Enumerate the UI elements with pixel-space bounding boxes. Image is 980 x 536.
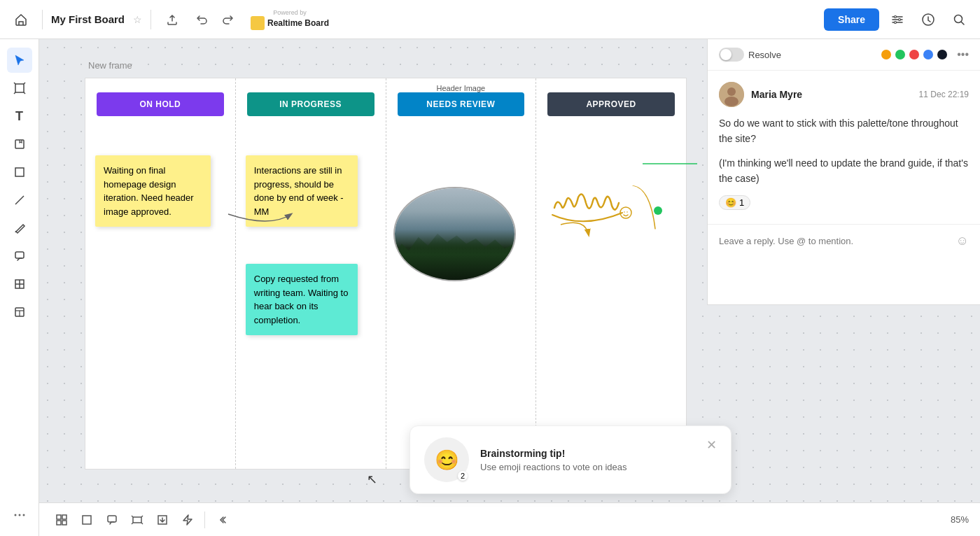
bottom-divider	[204, 512, 205, 528]
color-dot-blue[interactable]	[923, 50, 933, 59]
svg-point-18	[14, 514, 16, 516]
comment-more-button[interactable]: •••	[957, 48, 969, 61]
comment-body: Maria Myre 11 Dec 22:19 So do we want to…	[708, 71, 980, 221]
bottom-frame-tool[interactable]	[126, 509, 148, 531]
grid-tool[interactable]	[7, 271, 32, 297]
svg-point-28	[727, 87, 736, 96]
comment-tool[interactable]	[7, 244, 32, 269]
column-header-needs-review: NEEDS REVIEW	[398, 92, 525, 116]
resolve-toggle[interactable]: Resolve	[719, 48, 781, 62]
home-button[interactable]	[8, 7, 34, 32]
learn-icon[interactable]	[916, 7, 941, 32]
color-dots-group	[881, 50, 947, 59]
collapse-toolbar-button[interactable]	[211, 509, 233, 531]
line-tool[interactable]	[7, 188, 32, 213]
sticky-text-3: Copy requested from writing team. Waitin…	[254, 274, 349, 325]
kanban-board: ON HOLD Waiting on final homepage design…	[85, 78, 686, 469]
toggle-knob	[720, 49, 732, 60]
text-tool[interactable]: T	[7, 104, 32, 129]
tip-emoji: 😊	[435, 449, 459, 472]
cursor-tool[interactable]	[7, 48, 32, 73]
color-dot-yellow[interactable]	[881, 50, 891, 59]
svg-point-20	[22, 514, 24, 516]
undo-redo-group	[190, 8, 239, 31]
upload-button[interactable]	[160, 7, 185, 32]
frame-label: New frame	[88, 60, 132, 71]
column-header-in-progress: IN PROGRESS	[247, 92, 374, 116]
search-icon[interactable]	[946, 7, 972, 32]
svg-line-8	[14, 92, 15, 94]
left-toolbar: T	[0, 39, 39, 536]
svg-point-1	[899, 18, 901, 20]
board-title: My First Board	[51, 13, 125, 25]
svg-line-38	[141, 516, 143, 517]
svg-point-22	[624, 211, 625, 213]
redo-button[interactable]	[216, 8, 239, 31]
shape-tool[interactable]	[7, 160, 32, 185]
svg-line-6	[14, 83, 15, 84]
header-image-card[interactable]	[393, 187, 516, 281]
svg-rect-13	[15, 252, 24, 258]
svg-rect-32	[57, 521, 61, 525]
bottom-comment-tool[interactable]	[101, 509, 123, 531]
undo-button[interactable]	[190, 8, 214, 31]
svg-rect-34	[83, 516, 91, 524]
color-dot-black[interactable]	[937, 50, 947, 59]
topbar: My First Board ☆ Powered by Realtime Boa…	[0, 0, 980, 39]
bottom-export-tool[interactable]	[151, 509, 174, 531]
column-in-progress: IN PROGRESS Interactions are still in pr…	[236, 78, 386, 469]
sticky-note-2[interactable]: Interactions are still in progress, shou…	[246, 155, 358, 227]
note-tool[interactable]	[7, 132, 32, 157]
color-dot-green[interactable]	[895, 50, 905, 59]
tip-box: 😊 2 Brainstorming tip! Use emoji reactio…	[410, 425, 732, 494]
svg-line-12	[15, 196, 24, 204]
sticky-note-1[interactable]: Waiting on final homepage design iterati…	[95, 155, 211, 227]
sticky-text-2: Interactions are still in progress, shou…	[254, 165, 344, 217]
column-needs-review: NEEDS REVIEW Header Image	[386, 78, 537, 469]
frame-tool[interactable]	[7, 76, 32, 101]
user-name: Maria Myre	[751, 89, 802, 100]
reply-input[interactable]	[719, 233, 956, 250]
comment-reaction[interactable]: 😊 1	[719, 195, 750, 210]
sticky-note-3[interactable]: Copy requested from writing team. Waitin…	[246, 264, 358, 335]
header-image-label: Header Image	[386, 84, 536, 92]
svg-line-9	[24, 92, 25, 94]
board-frame[interactable]: ON HOLD Waiting on final homepage design…	[85, 78, 687, 470]
svg-rect-36	[133, 517, 141, 523]
bottom-sticky-tool[interactable]	[76, 509, 98, 531]
tip-content: Brainstorming tip! Use emoji reactions t…	[480, 448, 695, 472]
svg-point-2	[895, 21, 897, 23]
svg-point-23	[626, 211, 628, 213]
color-dot-red[interactable]	[909, 50, 919, 59]
settings-icon[interactable]	[885, 7, 910, 32]
svg-rect-5	[15, 84, 24, 92]
bottom-lightning-tool[interactable]	[176, 509, 199, 531]
toggle-switch[interactable]	[719, 48, 744, 62]
svg-line-40	[141, 523, 143, 524]
comment-header: Resolve •••	[708, 39, 980, 71]
bottom-grid-tool[interactable]	[50, 509, 73, 531]
svg-rect-35	[108, 516, 116, 522]
emoji-button[interactable]: ☺	[956, 234, 969, 248]
tip-close-button[interactable]: ✕	[706, 437, 717, 453]
share-button[interactable]: Share	[824, 8, 879, 31]
more-tools-button[interactable]	[7, 502, 32, 528]
svg-line-37	[132, 516, 133, 517]
svg-point-4	[955, 15, 962, 22]
svg-rect-11	[15, 168, 24, 176]
comment-timestamp: 11 Dec 22:19	[919, 90, 969, 99]
bottom-toolbar: 85%	[39, 502, 980, 536]
brand-logo	[251, 16, 265, 30]
comment-reply-area: ☺	[708, 224, 980, 261]
mouse-cursor: ↖	[367, 472, 377, 481]
svg-rect-31	[62, 515, 66, 519]
reaction-emoji: 😊	[725, 197, 736, 208]
tip-icon-circle: 😊 2	[424, 437, 469, 482]
svg-line-7	[24, 83, 25, 84]
user-avatar	[719, 82, 744, 107]
svg-point-19	[18, 514, 20, 516]
favorite-icon[interactable]: ☆	[133, 14, 142, 25]
template-tool[interactable]	[7, 299, 32, 325]
pen-tool[interactable]	[7, 216, 32, 241]
sticky-text-1: Waiting on final homepage design iterati…	[104, 165, 194, 217]
